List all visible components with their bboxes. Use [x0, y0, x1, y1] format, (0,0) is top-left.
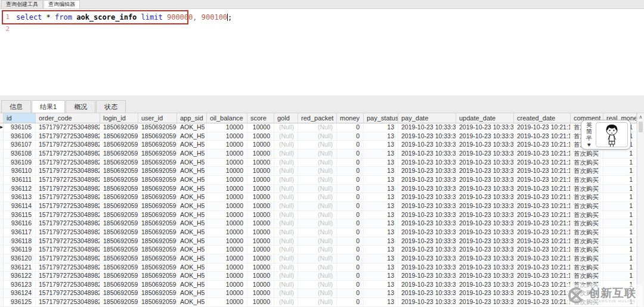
cell-gold[interactable]: (Null): [274, 185, 298, 193]
table-row[interactable]: 9361181571797272530489827185069205901850…: [0, 237, 644, 246]
cell-order_code[interactable]: 1571797272530489827: [36, 281, 100, 289]
cell-real_mone[interactable]: 1: [603, 202, 637, 210]
cell-user_id[interactable]: 18506920590: [138, 219, 177, 228]
cell-app_sid[interactable]: AOK_H5: [177, 159, 207, 167]
cell-red_packet[interactable]: (Null): [298, 255, 337, 263]
table-row[interactable]: ▶936105157179727253048982718506920590185…: [0, 123, 644, 132]
cell-id[interactable]: 936119: [4, 246, 36, 254]
query-tab-0[interactable]: 查询创建工具: [1, 0, 43, 8]
cell-pay_status[interactable]: 13: [364, 167, 398, 175]
cell-id[interactable]: 936105: [4, 123, 36, 132]
table-row[interactable]: 9361141571797272530489827185069205901850…: [0, 202, 644, 211]
vertical-scrollbar[interactable]: ∧: [637, 113, 644, 307]
cell-app_sid[interactable]: AOK_H5: [177, 193, 207, 201]
cell-red_packet[interactable]: (Null): [298, 176, 337, 184]
cell-money[interactable]: 0: [337, 246, 364, 254]
cell-created_date[interactable]: 2019-10-23 10:21:12: [514, 141, 571, 149]
cell-money[interactable]: 0: [337, 298, 364, 306]
cell-score[interactable]: 10000: [247, 132, 274, 141]
cell-score[interactable]: 10000: [247, 298, 274, 306]
cell-login_id[interactable]: 18506920590: [100, 202, 138, 210]
cell-update_date[interactable]: 2019-10-23 10:33:38: [456, 159, 514, 167]
cell-created_date[interactable]: 2019-10-23 10:21:12: [514, 289, 571, 297]
cell-gold[interactable]: (Null): [274, 159, 298, 167]
cell-pay_date[interactable]: 2019-10-23 10:33:38: [398, 246, 456, 254]
cell-gold[interactable]: (Null): [274, 193, 298, 201]
cell-created_date[interactable]: 2019-10-23 10:21:12: [514, 298, 571, 306]
cell-oil_balance[interactable]: 10000: [207, 281, 247, 289]
table-row[interactable]: 9361061571797272530489827185069205901850…: [0, 132, 644, 141]
cell-score[interactable]: 10000: [247, 185, 274, 193]
cell-pay_status[interactable]: 13: [364, 228, 398, 237]
sql-code-empty[interactable]: [10, 23, 16, 35]
cell-app_sid[interactable]: AOK_H5: [177, 298, 207, 306]
cell-login_id[interactable]: 18506920590: [100, 141, 138, 149]
cell-created_date[interactable]: 2019-10-23 10:21:12: [514, 281, 571, 289]
cell-money[interactable]: 0: [337, 211, 364, 219]
cell-score[interactable]: 10000: [247, 228, 274, 237]
cell-oil_balance[interactable]: 10000: [207, 237, 247, 246]
sql-line-2[interactable]: 2: [0, 23, 644, 35]
cell-score[interactable]: 10000: [247, 141, 274, 149]
column-header-created_date[interactable]: created_date: [514, 113, 571, 123]
cell-pay_date[interactable]: 2019-10-23 10:33:38: [398, 193, 456, 201]
cell-created_date[interactable]: 2019-10-23 10:21:12: [514, 228, 571, 237]
cell-update_date[interactable]: 2019-10-23 10:33:38: [456, 132, 514, 141]
cell-red_packet[interactable]: (Null): [298, 159, 337, 167]
cell-comment[interactable]: 首次购买: [571, 211, 603, 219]
column-header-id[interactable]: id: [4, 113, 36, 123]
cell-pay_date[interactable]: 2019-10-23 10:33:38: [398, 176, 456, 184]
cell-money[interactable]: 0: [337, 150, 364, 158]
cell-update_date[interactable]: 2019-10-23 10:33:38: [456, 255, 514, 263]
cell-score[interactable]: 10000: [247, 176, 274, 184]
cell-app_sid[interactable]: AOK_H5: [177, 176, 207, 184]
cell-app_sid[interactable]: AOK_H5: [177, 263, 207, 272]
cell-real_mone[interactable]: 1: [603, 228, 637, 237]
cell-comment[interactable]: 首次购买: [571, 150, 603, 158]
cell-login_id[interactable]: 18506920590: [100, 193, 138, 201]
cell-money[interactable]: 0: [337, 281, 364, 289]
cell-score[interactable]: 10000: [247, 123, 274, 132]
cell-update_date[interactable]: 2019-10-23 10:33:38: [456, 150, 514, 158]
result-tab-1[interactable]: 结果1: [32, 100, 65, 113]
cell-update_date[interactable]: 2019-10-23 10:33:38: [456, 167, 514, 175]
cell-red_packet[interactable]: (Null): [298, 185, 337, 193]
cell-money[interactable]: 0: [337, 159, 364, 167]
table-row[interactable]: 9361201571797272530489827185069205901850…: [0, 255, 644, 263]
cell-gold[interactable]: (Null): [274, 202, 298, 210]
cell-score[interactable]: 10000: [247, 281, 274, 289]
cell-red_packet[interactable]: (Null): [298, 289, 337, 297]
cell-user_id[interactable]: 18506920590: [138, 159, 177, 167]
cell-login_id[interactable]: 18506920590: [100, 176, 138, 184]
cell-update_date[interactable]: 2019-10-23 10:33:38: [456, 185, 514, 193]
cell-user_id[interactable]: 18506920590: [138, 228, 177, 237]
cell-money[interactable]: 0: [337, 193, 364, 201]
cell-created_date[interactable]: 2019-10-23 10:21:12: [514, 211, 571, 219]
cell-gold[interactable]: (Null): [274, 255, 298, 263]
cell-app_sid[interactable]: AOK_H5: [177, 132, 207, 141]
cell-pay_status[interactable]: 13: [364, 219, 398, 228]
cell-user_id[interactable]: 18506920590: [138, 289, 177, 297]
table-row[interactable]: 9361071571797272530489827185069205901850…: [0, 141, 644, 150]
table-row[interactable]: 9361191571797272530489827185069205901850…: [0, 246, 644, 255]
cell-money[interactable]: 0: [337, 202, 364, 210]
cell-money[interactable]: 0: [337, 141, 364, 149]
cell-comment[interactable]: 首次购买: [571, 219, 603, 228]
cell-created_date[interactable]: 2019-10-23 10:21:12: [514, 237, 571, 246]
cell-order_code[interactable]: 1571797272530489827: [36, 167, 100, 175]
table-row[interactable]: 9361231571797272530489827185069205901850…: [0, 281, 644, 290]
cell-user_id[interactable]: 18506920590: [138, 185, 177, 193]
cell-user_id[interactable]: 18506920590: [138, 246, 177, 254]
cell-update_date[interactable]: 2019-10-23 10:33:38: [456, 281, 514, 289]
cell-comment[interactable]: 首次购买: [571, 193, 603, 201]
cell-order_code[interactable]: 1571797272530489827: [36, 255, 100, 263]
cell-comment[interactable]: 首次购买: [571, 255, 603, 263]
cell-red_packet[interactable]: (Null): [298, 298, 337, 306]
cell-pay_date[interactable]: 2019-10-23 10:33:38: [398, 298, 456, 306]
cell-real_mone[interactable]: 1: [603, 211, 637, 219]
cell-gold[interactable]: (Null): [274, 150, 298, 158]
table-row[interactable]: 9361221571797272530489827185069205901850…: [0, 272, 644, 281]
cell-pay_date[interactable]: 2019-10-23 10:33:38: [398, 132, 456, 141]
cell-oil_balance[interactable]: 10000: [207, 159, 247, 167]
cell-id[interactable]: 936107: [4, 141, 36, 149]
